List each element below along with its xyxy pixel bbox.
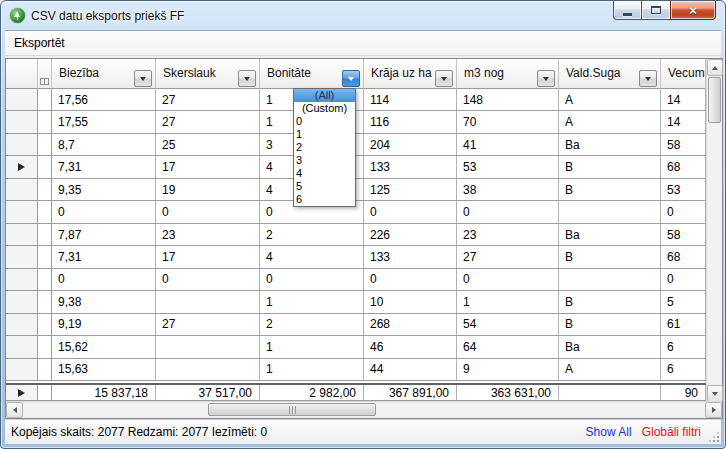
table-row[interactable]: 7,8723222623Ba58 — [6, 224, 706, 246]
filter-option[interactable]: 3 — [294, 154, 355, 167]
cell-biez-ba[interactable]: 7,87 — [52, 224, 156, 245]
table-row[interactable]: 9,1927226854B61 — [6, 314, 706, 336]
scroll-right-button[interactable] — [705, 402, 722, 418]
cell-skerslauk[interactable]: 27 — [156, 89, 260, 110]
cell-bonit-te[interactable]: 1 — [260, 291, 364, 312]
cell-kr-ja-uz-ha[interactable]: 116 — [364, 111, 457, 132]
cell-biez-ba[interactable]: 9,35 — [52, 179, 156, 200]
cell-biez-ba[interactable]: 9,19 — [52, 314, 156, 335]
cell-m3-nog[interactable]: 64 — [457, 336, 559, 357]
row-header-cell[interactable] — [6, 359, 38, 380]
row-header-cell[interactable] — [6, 179, 38, 200]
cell-biez-ba[interactable]: 17,56 — [52, 89, 156, 110]
cell-vecum[interactable]: 68 — [661, 156, 706, 177]
cell-skerslauk[interactable]: 17 — [156, 156, 260, 177]
filter-option[interactable]: (All) — [294, 89, 355, 102]
row-header-cell[interactable] — [6, 291, 38, 312]
cell-biez-ba[interactable]: 0 — [52, 201, 156, 222]
cell-skerslauk[interactable]: 23 — [156, 224, 260, 245]
cell-biez-ba[interactable]: 15,63 — [52, 359, 156, 380]
column-header-bonit-te[interactable]: Bonitāte — [260, 59, 364, 89]
menu-item-eksportet[interactable]: Eksportēt — [5, 31, 74, 55]
cell-biez-ba[interactable]: 0 — [52, 269, 156, 290]
cell-biez-ba[interactable]: 7,31 — [52, 156, 156, 177]
cell-skerslauk[interactable]: 17 — [156, 246, 260, 267]
row-header-cell[interactable] — [6, 201, 38, 222]
cell-kr-ja-uz-ha[interactable]: 226 — [364, 224, 457, 245]
filter-option[interactable]: 6 — [294, 193, 355, 206]
cell-vald-suga[interactable]: Ba — [559, 134, 661, 155]
cell-biez-ba[interactable]: 9,38 — [52, 291, 156, 312]
cell-vecum[interactable]: 6 — [661, 359, 706, 380]
column-header-vald-suga[interactable]: Vald.Suga — [559, 59, 661, 89]
filter-option[interactable]: 1 — [294, 128, 355, 141]
filter-option[interactable]: 4 — [294, 167, 355, 180]
cell-skerslauk[interactable]: 27 — [156, 314, 260, 335]
cell-kr-ja-uz-ha[interactable]: 46 — [364, 336, 457, 357]
row-header-cell[interactable] — [6, 314, 38, 335]
table-row[interactable]: 000000 — [6, 269, 706, 291]
row-header-cell[interactable] — [6, 111, 38, 132]
cell-m3-nog[interactable]: 1 — [457, 291, 559, 312]
cell-skerslauk[interactable]: 0 — [156, 201, 260, 222]
cell-biez-ba[interactable]: 8,7 — [52, 134, 156, 155]
cell-m3-nog[interactable]: 54 — [457, 314, 559, 335]
horizontal-scrollbar[interactable] — [6, 401, 722, 418]
row-header-cell[interactable] — [6, 134, 38, 155]
cell-kr-ja-uz-ha[interactable]: 44 — [364, 359, 457, 380]
cell-kr-ja-uz-ha[interactable]: 10 — [364, 291, 457, 312]
filter-option[interactable]: 2 — [294, 141, 355, 154]
filter-button-vald-suga[interactable] — [639, 70, 657, 87]
cell-vald-suga[interactable]: Ba — [559, 336, 661, 357]
column-header-vecum[interactable]: Vecum — [661, 59, 706, 89]
cell-vecum[interactable]: 6 — [661, 336, 706, 357]
filter-button-biez-ba[interactable] — [134, 70, 152, 87]
cell-vald-suga[interactable] — [559, 201, 661, 222]
column-header-skerslauk[interactable]: Skerslauk — [156, 59, 260, 89]
cell-m3-nog[interactable]: 41 — [457, 134, 559, 155]
cell-vecum[interactable]: 58 — [661, 224, 706, 245]
cell-vald-suga[interactable]: B — [559, 314, 661, 335]
cell-bonit-te[interactable]: 2 — [260, 314, 364, 335]
scroll-left-button[interactable] — [6, 402, 23, 418]
filter-option[interactable]: 0 — [294, 115, 355, 128]
cell-vecum[interactable]: 68 — [661, 246, 706, 267]
table-row[interactable]: 8,725320441Ba58 — [6, 134, 706, 156]
table-row[interactable]: 9,3519412538B53 — [6, 179, 706, 201]
cell-skerslauk[interactable]: 27 — [156, 111, 260, 132]
scroll-down-button[interactable] — [707, 385, 723, 402]
cell-vecum[interactable]: 0 — [661, 269, 706, 290]
cell-skerslauk[interactable]: 25 — [156, 134, 260, 155]
vertical-scrollbar[interactable] — [706, 59, 722, 402]
table-row[interactable]: 15,631449A6 — [6, 359, 706, 381]
cell-kr-ja-uz-ha[interactable]: 133 — [364, 246, 457, 267]
table-row[interactable]: 7,3117413353B68 — [6, 156, 706, 178]
cell-m3-nog[interactable]: 27 — [457, 246, 559, 267]
table-row[interactable]: 7,3117413327B68 — [6, 246, 706, 268]
cell-m3-nog[interactable]: 38 — [457, 179, 559, 200]
cell-biez-ba[interactable]: 7,31 — [52, 246, 156, 267]
show-all-link[interactable]: Show All — [586, 425, 632, 439]
cell-vecum[interactable]: 14 — [661, 89, 706, 110]
title-bar[interactable]: CSV datu eksports priekš FF × — [1, 1, 725, 30]
cell-kr-ja-uz-ha[interactable]: 204 — [364, 134, 457, 155]
cell-kr-ja-uz-ha[interactable]: 0 — [364, 269, 457, 290]
cell-kr-ja-uz-ha[interactable]: 114 — [364, 89, 457, 110]
cell-vald-suga[interactable]: B — [559, 156, 661, 177]
cell-kr-ja-uz-ha[interactable]: 0 — [364, 201, 457, 222]
cell-vecum[interactable]: 58 — [661, 134, 706, 155]
cell-skerslauk[interactable] — [156, 336, 260, 357]
cell-m3-nog[interactable]: 53 — [457, 156, 559, 177]
cell-skerslauk[interactable] — [156, 291, 260, 312]
row-header-cell[interactable] — [6, 246, 38, 267]
cell-bonit-te[interactable]: 1 — [260, 336, 364, 357]
cell-skerslauk[interactable]: 19 — [156, 179, 260, 200]
filter-button-bonit-te[interactable] — [342, 70, 360, 87]
resize-grip[interactable] — [717, 440, 719, 442]
cell-m3-nog[interactable]: 70 — [457, 111, 559, 132]
filter-button-kr-ja-uz-ha[interactable] — [435, 70, 453, 87]
row-header-cell[interactable] — [6, 89, 38, 110]
cell-vald-suga[interactable]: A — [559, 89, 661, 110]
row-header-cell[interactable] — [6, 336, 38, 357]
table-row[interactable]: 17,56271114148A14 — [6, 89, 706, 111]
